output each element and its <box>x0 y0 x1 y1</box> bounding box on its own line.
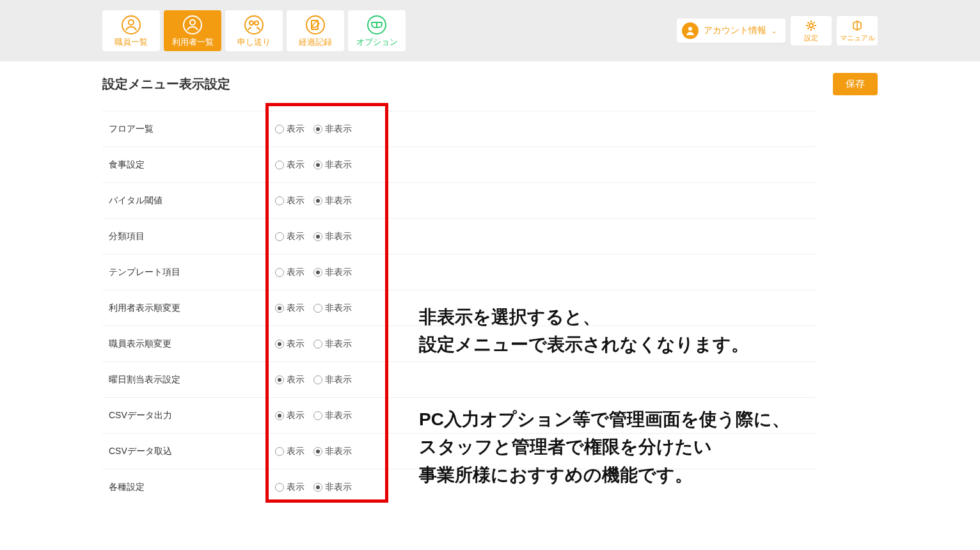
radio-show[interactable] <box>275 196 284 205</box>
option-show-label: 表示 <box>287 231 304 242</box>
option-hide-label: 非表示 <box>325 159 352 171</box>
radio-show[interactable] <box>275 125 284 134</box>
annotation-line: 非表示を選択すると、 <box>419 307 601 327</box>
option-hide[interactable]: 非表示 <box>313 195 352 207</box>
option-hide[interactable]: 非表示 <box>313 302 352 314</box>
option-hide[interactable]: 非表示 <box>313 446 352 457</box>
row-label: CSVデータ出力 <box>109 410 275 421</box>
option-hide[interactable]: 非表示 <box>313 267 352 278</box>
radio-show[interactable] <box>275 161 284 169</box>
row-options: 表示非表示 <box>275 338 352 350</box>
settings-row: 曜日割当表示設定表示非表示 <box>102 361 816 397</box>
option-hide[interactable]: 非表示 <box>313 410 352 421</box>
option-show-label: 表示 <box>287 482 304 493</box>
option-show-label: 表示 <box>287 123 304 135</box>
settings-label: 設定 <box>804 33 818 43</box>
radio-hide[interactable] <box>313 232 322 241</box>
manual-label: マニュアル <box>840 33 875 43</box>
topnav-option[interactable]: オプション <box>348 10 406 51</box>
topnav-staff-list[interactable]: 職員一覧 <box>102 10 160 51</box>
topnav-progress-record[interactable]: 経過記録 <box>287 10 344 51</box>
option-show[interactable]: 表示 <box>275 302 304 314</box>
row-options: 表示非表示 <box>275 159 352 171</box>
row-options: 表示非表示 <box>275 195 352 207</box>
option-show[interactable]: 表示 <box>275 482 304 493</box>
row-label: バイタル閾値 <box>109 195 275 207</box>
option-icon <box>365 13 388 36</box>
option-hide[interactable]: 非表示 <box>313 482 352 493</box>
radio-hide[interactable] <box>313 447 322 456</box>
option-hide-label: 非表示 <box>325 446 352 457</box>
topnav-user-list[interactable]: 利用者一覧 <box>164 10 221 51</box>
radio-hide[interactable] <box>313 411 322 420</box>
row-label: 曜日割当表示設定 <box>109 374 275 386</box>
row-options: 表示非表示 <box>275 267 352 278</box>
radio-show[interactable] <box>275 375 284 384</box>
radio-hide[interactable] <box>313 304 322 313</box>
annotation-block-1: 非表示を選択すると、 設定メニューで表示されなくなります。 <box>419 303 749 359</box>
radio-show[interactable] <box>275 447 284 456</box>
radio-hide[interactable] <box>313 196 322 205</box>
option-show[interactable]: 表示 <box>275 338 304 350</box>
settings-row: 食事設定表示非表示 <box>102 146 816 182</box>
radio-show[interactable] <box>275 232 284 241</box>
radio-show[interactable] <box>275 304 284 313</box>
option-show[interactable]: 表示 <box>275 374 304 386</box>
annotation-line: 設定メニューで表示されなくなります。 <box>419 334 749 354</box>
topnav-handover[interactable]: 申し送り <box>225 10 283 51</box>
option-show[interactable]: 表示 <box>275 267 304 278</box>
avatar-icon <box>682 22 699 39</box>
option-show[interactable]: 表示 <box>275 195 304 207</box>
option-hide[interactable]: 非表示 <box>313 338 352 350</box>
handover-icon <box>242 13 265 36</box>
radio-show[interactable] <box>275 483 284 492</box>
option-hide-label: 非表示 <box>325 302 352 314</box>
record-icon <box>304 13 327 36</box>
svg-point-6 <box>255 21 258 25</box>
radio-hide[interactable] <box>313 161 322 169</box>
radio-hide[interactable] <box>313 483 322 492</box>
radio-hide[interactable] <box>313 375 322 384</box>
svg-point-5 <box>249 21 253 25</box>
option-show[interactable]: 表示 <box>275 231 304 242</box>
account-info-dropdown[interactable]: アカウント情報 ⌄ <box>677 19 786 43</box>
option-show[interactable]: 表示 <box>275 410 304 421</box>
row-options: 表示非表示 <box>275 123 352 135</box>
option-hide[interactable]: 非表示 <box>313 123 352 135</box>
option-show-label: 表示 <box>287 267 304 278</box>
radio-show[interactable] <box>275 340 284 349</box>
annotation-line: PC入力オプション等で管理画面を使う際に、 <box>419 409 790 429</box>
row-options: 表示非表示 <box>275 302 352 314</box>
radio-show[interactable] <box>275 411 284 420</box>
option-hide[interactable]: 非表示 <box>313 374 352 386</box>
option-show-label: 表示 <box>287 195 304 207</box>
topnav-label: 利用者一覧 <box>172 36 214 48</box>
option-hide-label: 非表示 <box>325 231 352 242</box>
option-hide[interactable]: 非表示 <box>313 231 352 242</box>
option-hide-label: 非表示 <box>325 195 352 207</box>
radio-hide[interactable] <box>313 268 322 277</box>
radio-hide[interactable] <box>313 125 322 134</box>
radio-hide[interactable] <box>313 340 322 349</box>
option-hide-label: 非表示 <box>325 374 352 386</box>
radio-show[interactable] <box>275 268 284 277</box>
settings-button[interactable]: 設定 <box>791 16 832 45</box>
manual-button[interactable]: マニュアル <box>837 16 878 45</box>
topbar: 職員一覧 利用者一覧 申し送り <box>0 0 980 61</box>
option-show-label: 表示 <box>287 338 304 350</box>
row-label: 各種設定 <box>109 482 275 493</box>
save-button[interactable]: 保存 <box>833 73 878 95</box>
option-show[interactable]: 表示 <box>275 123 304 135</box>
row-label: 利用者表示順変更 <box>109 302 275 314</box>
option-show-label: 表示 <box>287 410 304 421</box>
row-options: 表示非表示 <box>275 410 352 421</box>
row-label: 職員表示順変更 <box>109 338 275 350</box>
topnav-label: オプション <box>356 36 398 48</box>
page-title: 設定メニュー表示設定 <box>102 75 230 93</box>
option-show[interactable]: 表示 <box>275 446 304 457</box>
option-show[interactable]: 表示 <box>275 159 304 171</box>
topnav-label: 経過記録 <box>299 36 332 48</box>
annotation-block-2: PC入力オプション等で管理画面を使う際に、 スタッフと管理者で権限を分けたい 事… <box>419 405 790 489</box>
option-hide[interactable]: 非表示 <box>313 159 352 171</box>
staff-icon <box>120 13 143 36</box>
